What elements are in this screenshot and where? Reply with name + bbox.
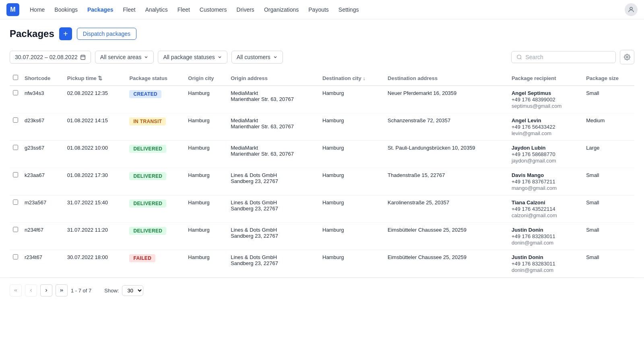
nav-drivers[interactable]: Drivers [233,4,258,15]
select-all-checkbox[interactable] [13,75,18,80]
nav-bookings[interactable]: Bookings [50,4,82,15]
col-origin-address: Origin address [227,71,319,86]
cell-dest-city: Hamburg [319,223,384,250]
cell-dest-city: Hamburg [319,168,384,195]
customers-filter[interactable]: All customers [231,51,283,64]
row-checkbox[interactable] [13,117,18,123]
nav-home[interactable]: Home [26,4,49,15]
cell-origin-city: Hamburg [185,141,227,168]
cell-shortcode: d23ks67 [21,113,64,141]
page-title: Packages [10,28,54,39]
cell-dest-address: Schanzenstraße 72, 20357 [384,113,508,141]
cell-status: DELIVERED [126,141,185,168]
cell-status: DELIVERED [126,223,185,250]
row-checkbox[interactable] [13,254,18,259]
cell-dest-address: Eimsbütteler Chaussee 25, 20259 [384,250,508,278]
cell-shortcode: g23ss67 [21,141,64,168]
table-row: g23ss67 01.08.2022 10:00 DELIVERED Hambu… [10,141,634,168]
cell-dest-address: Karolinenstraße 25, 20357 [384,195,508,223]
status-badge: IN TRANSIT [129,117,166,125]
table-row: d23ks67 01.08.2022 14:15 IN TRANSIT Hamb… [10,113,634,141]
cell-dest-city: Hamburg [319,250,384,278]
cell-package-size: Small [583,86,634,113]
nav-packages[interactable]: Packages [83,4,118,15]
cell-pickup-time: 31.07.2022 15:40 [64,195,126,223]
cell-shortcode: m23a567 [21,195,64,223]
table-settings-button[interactable] [620,50,634,64]
svg-point-7 [626,56,628,58]
cell-package-size: Large [583,141,634,168]
row-checkbox[interactable] [13,172,18,177]
add-package-button[interactable]: + [59,27,72,40]
row-checkbox[interactable] [13,227,18,232]
pagination-bar: 1 - 7 of 7 Show: 30 10 20 50 [0,278,644,303]
svg-point-5 [517,55,521,59]
cell-recipient: Justin Donin+49 176 83283011donin@gmail.… [508,250,583,278]
cell-dest-address: Thadenstraße 15, 22767 [384,168,508,195]
cell-origin-address: Lines & Dots GmbHSandberg 23, 22767 [227,195,319,223]
cell-origin-city: Hamburg [185,113,227,141]
cell-recipient: Angel Septimus+49 176 48399002septimus@g… [508,86,583,113]
filter-bar: 30.07.2022 – 02.08.2022 All service area… [0,47,644,71]
status-badge: DELIVERED [129,172,166,180]
first-page-button[interactable] [10,284,22,296]
cell-status: DELIVERED [126,168,185,195]
rows-per-page-select[interactable]: 30 10 20 50 [122,285,143,296]
nav-payouts[interactable]: Payouts [304,4,333,15]
cell-shortcode: k23aa67 [21,168,64,195]
cell-recipient: Davis Mango+49 176 83767211mango@gmail.c… [508,168,583,195]
cell-dest-city: Hamburg [319,86,384,113]
cell-package-size: Medium [583,113,634,141]
cell-pickup-time: 30.07.2022 18:00 [64,250,126,278]
row-checkbox[interactable] [13,90,18,95]
nav-fleet1[interactable]: Fleet [119,4,140,15]
row-checkbox[interactable] [13,145,18,150]
cell-origin-city: Hamburg [185,86,227,113]
status-badge: CREATED [129,90,161,98]
nav-settings[interactable]: Settings [334,4,363,15]
cell-recipient: Angel Levin+49 176 56433422levin@gmail.c… [508,113,583,141]
package-status-filter[interactable]: All package statuses [158,51,227,64]
cell-pickup-time: 01.08.2022 14:15 [64,113,126,141]
last-page-button[interactable] [56,284,68,296]
packages-table-wrap: Shortcode Pickup time ⇅ Package status O… [0,71,644,278]
service-area-filter[interactable]: All service areas [95,51,154,64]
nav-fleet2[interactable]: Fleet [173,4,194,15]
row-checkbox[interactable] [13,200,18,205]
user-avatar[interactable] [625,3,638,16]
logo[interactable]: M [6,3,19,16]
search-input[interactable] [525,54,611,60]
cell-dest-city: Hamburg [319,195,384,223]
nav-customers[interactable]: Customers [196,4,231,15]
cell-recipient: Tiana Calzoni+49 176 43522114calzoni@gma… [508,195,583,223]
col-shortcode: Shortcode [21,71,64,86]
date-range-filter[interactable]: 30.07.2022 – 02.08.2022 [10,51,91,64]
cell-dest-address: St. Pauli-Landungsbrücken 10, 20359 [384,141,508,168]
col-pickup-time[interactable]: Pickup time ⇅ [64,71,126,86]
cell-pickup-time: 01.08.2022 17:30 [64,168,126,195]
cell-shortcode: r234t67 [21,250,64,278]
table-row: r234t67 30.07.2022 18:00 FAILED Hamburg … [10,250,634,278]
col-origin-city: Origin city [185,71,227,86]
cell-recipient: Justin Donin+49 176 83283011donin@gmail.… [508,223,583,250]
col-destination-city[interactable]: Destination city ↓ [319,71,384,86]
svg-line-6 [520,58,522,60]
cell-status: IN TRANSIT [126,113,185,141]
prev-page-button[interactable] [25,284,37,296]
pagination-info: 1 - 7 of 7 [71,288,91,294]
cell-shortcode: nfw34s3 [21,86,64,113]
next-page-button[interactable] [40,284,52,296]
cell-origin-address: Lines & Dots GmbHSandberg 23, 22767 [227,168,319,195]
cell-origin-city: Hamburg [185,223,227,250]
status-badge: DELIVERED [129,145,166,153]
nav-organizations[interactable]: Organizations [260,4,303,15]
cell-pickup-time: 31.07.2022 11:20 [64,223,126,250]
svg-rect-1 [80,55,85,60]
cell-pickup-time: 02.08.2022 12:35 [64,86,126,113]
dispatch-packages-button[interactable]: Dispatch packages [77,28,136,40]
cell-origin-address: MediaMarktMarienthaler Str. 63, 20767 [227,113,319,141]
cell-dest-address: Neuer Pferdemarkt 16, 20359 [384,86,508,113]
cell-shortcode: n234f67 [21,223,64,250]
cell-status: FAILED [126,250,185,278]
nav-analytics[interactable]: Analytics [141,4,172,15]
